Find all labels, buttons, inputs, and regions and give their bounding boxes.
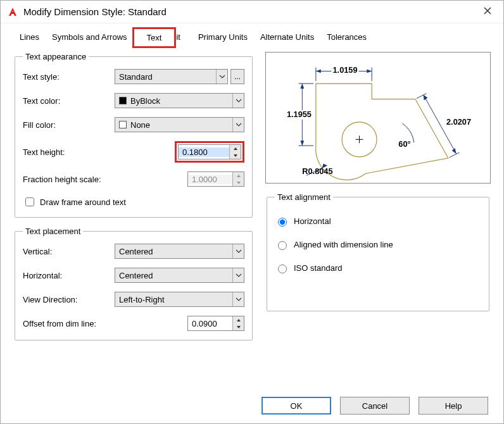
horizontal-value: Centered <box>119 271 232 280</box>
tab-fit[interactable]: it <box>175 28 192 47</box>
fraction-height-spinner[interactable]: 1.0000 <box>187 171 244 187</box>
offset-spinner[interactable]: 0.0900 <box>187 316 244 331</box>
chevron-down-icon <box>236 323 241 330</box>
chevron-down-icon <box>232 244 244 258</box>
alignment-aligned-label: Aligned with dimension line <box>294 240 393 249</box>
tab-tolerances[interactable]: Tolerances <box>320 28 373 47</box>
text-style-value: Standard <box>119 72 216 82</box>
chevron-down-icon <box>232 268 244 282</box>
text-placement-legend: Text placement <box>23 227 83 236</box>
button-bar: OK Cancel Help <box>261 397 488 415</box>
tab-alternate-units[interactable]: Alternate Units <box>254 28 320 47</box>
preview-radius: R0.8045 <box>302 166 332 176</box>
alignment-iso-label: ISO standard <box>294 263 343 273</box>
fill-color-value: None <box>130 120 232 130</box>
fraction-height-value: 1.0000 <box>188 175 232 184</box>
fraction-height-label: Fraction height scale: <box>23 175 124 184</box>
chevron-down-icon <box>232 94 244 108</box>
spinner-buttons[interactable] <box>232 316 244 330</box>
spinner-buttons[interactable] <box>232 172 244 186</box>
preview-dim-top: 1.0159 <box>333 65 358 75</box>
offset-value: 0.0900 <box>188 319 232 328</box>
alignment-horizontal-radio[interactable] <box>278 218 287 227</box>
tab-strip: Lines Symbols and Arrows Text it Primary… <box>1 23 503 47</box>
window-title: Modify Dimension Style: Standard <box>23 6 478 17</box>
text-height-label: Text height: <box>23 147 115 157</box>
text-alignment-group: Text alignment Horizontal Aligned with d… <box>267 192 489 311</box>
tab-primary-units[interactable]: Primary Units <box>192 28 254 47</box>
help-button[interactable]: Help <box>419 397 488 415</box>
alignment-iso-radio[interactable] <box>278 265 287 273</box>
text-color-label: Text color: <box>23 96 115 106</box>
color-swatch-icon <box>119 97 127 104</box>
direction-combo[interactable]: Left-to-Right <box>115 292 244 307</box>
chevron-up-icon <box>233 145 238 152</box>
chevron-up-icon <box>236 316 241 323</box>
draw-frame-checkbox-row: Draw frame around text <box>23 196 244 208</box>
text-height-value: 0.1800 <box>179 147 229 157</box>
titlebar: Modify Dimension Style: Standard <box>1 1 503 23</box>
chevron-down-icon <box>232 292 244 306</box>
spinner-buttons[interactable] <box>229 145 241 159</box>
text-height-spinner[interactable]: 0.1800 <box>178 144 241 159</box>
alignment-horizontal-label: Horizontal <box>294 216 331 226</box>
chevron-up-icon <box>236 172 241 179</box>
vertical-value: Centered <box>119 247 232 256</box>
direction-value: Left-to-Right <box>119 295 232 304</box>
preview-angle: 60° <box>398 139 410 149</box>
text-style-label: Text style: <box>23 72 115 82</box>
right-column: 1.0159 1.1955 2.0207 <box>265 52 491 349</box>
chevron-down-icon <box>232 118 244 132</box>
alignment-aligned-radio[interactable] <box>278 241 287 250</box>
text-style-browse-button[interactable]: ... <box>230 69 244 84</box>
preview-dim-diag: 2.0207 <box>446 117 471 127</box>
chevron-down-icon <box>236 179 241 186</box>
preview-dim-left: 1.1955 <box>287 109 312 119</box>
fill-color-combo[interactable]: None <box>115 117 244 132</box>
dimension-preview: 1.0159 1.1955 2.0207 <box>265 52 491 184</box>
fill-color-label: Fill color: <box>23 120 115 130</box>
tab-symbols-arrows[interactable]: Symbols and Arrows <box>46 28 134 47</box>
vertical-combo[interactable]: Centered <box>115 244 244 259</box>
text-placement-group: Text placement Vertical: Centered Horizo… <box>15 227 253 340</box>
chevron-down-icon <box>233 152 238 159</box>
cancel-button[interactable]: Cancel <box>340 397 410 415</box>
horizontal-combo[interactable]: Centered <box>115 268 244 283</box>
ok-button[interactable]: OK <box>261 397 331 415</box>
text-height-highlight: 0.1800 <box>175 141 244 163</box>
svg-line-11 <box>450 153 460 158</box>
text-alignment-legend: Text alignment <box>275 192 333 202</box>
dialog-window: Modify Dimension Style: Standard Lines S… <box>0 0 504 424</box>
direction-label: View Direction: <box>23 295 115 304</box>
text-appearance-legend: Text appearance <box>23 52 89 61</box>
left-column: Text appearance Text style: Standard ...… <box>13 52 254 349</box>
content-area: Text appearance Text style: Standard ...… <box>1 47 503 349</box>
tab-text[interactable]: Text <box>134 28 175 47</box>
horizontal-label: Horizontal: <box>23 271 115 280</box>
draw-frame-checkbox[interactable] <box>25 197 34 206</box>
text-appearance-group: Text appearance Text style: Standard ...… <box>15 52 253 218</box>
text-color-combo[interactable]: ByBlock <box>115 93 244 108</box>
close-button[interactable] <box>478 3 497 21</box>
draw-frame-label: Draw frame around text <box>40 197 126 207</box>
offset-label: Offset from dim line: <box>23 319 124 328</box>
tab-lines[interactable]: Lines <box>13 28 46 47</box>
text-color-value: ByBlock <box>130 96 232 106</box>
vertical-label: Vertical: <box>23 247 115 256</box>
app-icon <box>7 6 18 18</box>
text-style-combo[interactable]: Standard <box>115 69 228 84</box>
chevron-down-icon <box>216 70 227 84</box>
color-swatch-icon <box>119 121 127 128</box>
